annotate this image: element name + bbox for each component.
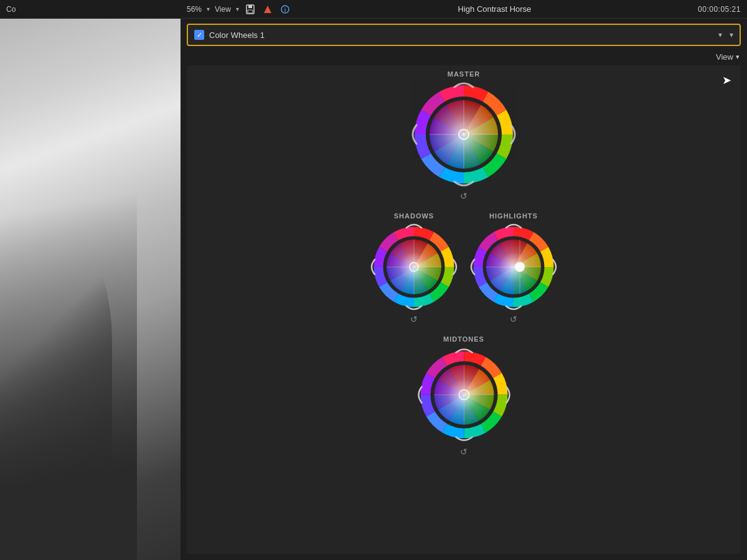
dropdown-arrow[interactable]: ▾ [207,6,210,12]
highlights-wheel-section: HIGHLIGHTS [470,207,557,324]
svg-rect-1 [248,5,252,8]
dropdown-collapse-arrow[interactable]: ▾ [730,30,733,39]
top-toolbar: 56% ▾ View ▾ i High Contrast Horse [181,0,747,19]
shadows-wheel-section: SHADOWS [370,207,458,324]
highlights-wheel-wrapper[interactable] [470,223,557,310]
wheels-container: MASTER [187,65,741,554]
master-label: MASTER [448,70,480,78]
toolbar-right: 00:00:05:21 [698,5,741,14]
svg-rect-2 [248,10,253,13]
save-icon[interactable] [244,3,256,16]
midtones-reset-button[interactable]: ↺ [460,447,467,457]
preview-toolbar: Co [0,0,181,19]
color-icon[interactable] [261,3,274,16]
midtones-color-wheel[interactable] [416,347,512,443]
highlights-color-wheel[interactable] [470,223,557,310]
effect-name: Color Wheels 1 [209,30,713,40]
effect-dropdown[interactable]: Color Wheels 1 ▾ ▾ [187,24,741,46]
effect-enabled-checkbox[interactable] [194,30,204,40]
video-preview-panel: Co [0,0,181,560]
shadows-reset-button[interactable]: ↺ [410,314,418,324]
master-color-wheel[interactable] [411,82,517,187]
svg-marker-3 [264,6,271,13]
midtones-wheel-wrapper[interactable] [416,347,512,443]
master-wheel-wrapper[interactable] [411,82,517,187]
shadows-label: SHADOWS [394,212,434,220]
view-button-chevron: ▾ [736,53,740,61]
master-wheel-section: MASTER [411,65,517,201]
view-chevron-top[interactable]: ▾ [236,6,239,12]
master-reset-button[interactable]: ↺ [460,191,467,201]
highlights-label: HIGHLIGHTS [489,212,538,220]
view-menu-button[interactable]: View ▾ [716,52,740,62]
highlights-reset-button[interactable]: ↺ [510,314,517,324]
timecode: 00:00:05:21 [698,5,741,14]
color-wheels-panel: Color Wheels 1 ▾ ▾ View ▾ ➤ MASTER [181,19,747,560]
svg-point-22 [515,262,525,272]
shadows-wheel-wrapper[interactable] [370,223,458,310]
view-row: View ▾ ➤ [181,51,747,65]
video-frame [0,19,181,560]
svg-text:i: i [284,7,286,13]
midtones-label: MIDTONES [443,335,484,343]
svg-point-10 [463,133,465,136]
shadows-color-wheel[interactable] [370,223,458,310]
info-icon[interactable]: i [279,3,291,16]
view-label-top[interactable]: View [215,5,231,14]
toolbar-left: 56% ▾ View ▾ i [187,3,291,16]
middle-wheels-row: SHADOWS [193,207,735,324]
dropdown-expand-arrow: ▾ [718,30,722,39]
preview-label: Co [6,5,16,14]
zoom-level: 56% [187,5,202,14]
midtones-wheel-section: MIDTONES [416,330,512,457]
view-button-label: View [716,52,733,62]
clip-title: High Contrast Horse [458,4,532,14]
